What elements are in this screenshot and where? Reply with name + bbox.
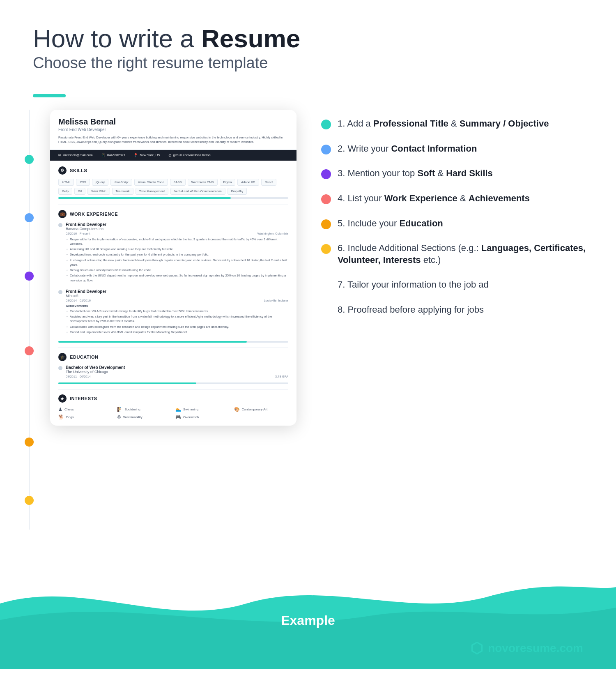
tip-text-6: 6. Include Additional Sections (e.g.: La… — [338, 242, 591, 266]
email-icon: ✉ — [58, 153, 62, 157]
main-content: Melissa Bernal Front-End Web Developer P… — [0, 97, 616, 530]
work-icon: 💼 — [58, 210, 67, 218]
tip-text-2: 2. Write your Contact Information — [338, 143, 477, 155]
job-company-2: Minisoft — [66, 294, 288, 298]
skill-timemanagement: Time Management — [136, 188, 168, 195]
tip-text-7: 7. Tailor your information to the job ad — [338, 279, 489, 291]
edu-icon: 🎓 — [58, 353, 67, 361]
job-bullet-2-2: Assisted and was a key part in the trans… — [66, 314, 288, 324]
dot-line-1 — [29, 164, 30, 213]
skill-react: React — [261, 179, 277, 186]
skill-jquery: jQuery — [92, 179, 108, 186]
tip-3: 3. Mention your top Soft & Hard Skills — [321, 168, 591, 180]
job-company-1: Banana Computers Inc. — [66, 227, 288, 231]
divider-1 — [58, 205, 288, 205]
tip-text-3: 3. Mention your top Soft & Hard Skills — [338, 168, 493, 180]
skill-empathy: Empathy — [228, 188, 247, 195]
header: How to write a Resume Choose the right r… — [0, 0, 616, 84]
dot-3 — [25, 272, 34, 281]
contact-phone: 📱 0446002021 — [101, 153, 126, 157]
edu-progress — [58, 382, 288, 384]
interests-section-title: ★ INTERESTS — [58, 394, 288, 403]
brand-text: novoresume.com — [488, 642, 583, 655]
tip-7: 7. Tailor your information to the job ad — [321, 279, 591, 291]
skills-tags-row1: HTML CSS jQuery JavaScript Visual Studio… — [58, 179, 288, 186]
job-bullet-1-3: Developed front-end code constantly for … — [66, 252, 288, 257]
dogs-icon: 🐕 — [58, 415, 64, 420]
dot-6 — [25, 496, 34, 505]
dot-line-top — [29, 110, 30, 155]
work-progress — [58, 341, 288, 343]
job-bullet-1-4: In charge of onboarding the new junior f… — [66, 258, 288, 267]
skills-icon: ⚙ — [58, 166, 67, 175]
interest-chess: ♟ Chess — [58, 407, 113, 412]
skill-javascript: JavaScript — [110, 179, 132, 186]
tip-dot-6 — [321, 244, 331, 254]
edu-dot-1 — [58, 366, 62, 370]
main-title: How to write a Resume — [33, 25, 583, 53]
skill-gulp: Gulp — [58, 188, 72, 195]
education-section: 🎓 EDUCATION Bachelor of Web Development … — [58, 353, 288, 384]
skill-verbal: Verbal and Written Communication — [170, 188, 225, 195]
dot-line-2 — [29, 222, 30, 272]
sustainability-icon: ♻ — [117, 415, 121, 420]
edu-details-1: Bachelor of Web Development The Universi… — [66, 365, 288, 378]
tip-text-8: 8. Proofread before applying for jobs — [338, 304, 484, 316]
resume-job-title: Front-End Web Developer — [58, 127, 288, 132]
job-dot-line-1: Front-End Developer Banana Computers Inc… — [58, 222, 288, 283]
resume-summary: Passionate Front-End Web Developer with … — [58, 135, 288, 145]
divider-2 — [58, 348, 288, 348]
subtitle: Choose the right resume template — [33, 54, 583, 72]
art-icon: 🎨 — [234, 407, 240, 412]
edu-degree-1: Bachelor of Web Development — [66, 365, 288, 370]
job-details-2: Front-End Developer Minisoft 08/2014 - 0… — [66, 289, 288, 335]
job-date-location-2: 08/2014 - 01/2016 Louisville, Indiana — [66, 299, 288, 302]
job-bullet-1-6: Collaborate with the UI/UX department to… — [66, 273, 288, 283]
tip-1: 1. Add a Professional Title & Summary / … — [321, 118, 591, 130]
location-icon: 📍 — [133, 153, 138, 157]
interests-section: ★ INTERESTS ♟ Chess 🧗 Bouldering 🏊 Swimm… — [58, 394, 288, 420]
dot-line-5 — [29, 447, 30, 496]
tips-column: 1. Add a Professional Title & Summary / … — [313, 110, 591, 329]
tip-dot-4 — [321, 194, 331, 204]
contact-email: ✉ melissab@mail.com — [58, 153, 93, 157]
dot-line-6 — [29, 505, 30, 530]
skills-section-title: ⚙ SKILLS — [58, 166, 288, 175]
interest-contemporary-art: 🎨 Contemporary Art — [234, 407, 289, 412]
job-achievements-title-2: Achievements — [66, 304, 288, 308]
job-title-1: Front-End Developer — [66, 222, 288, 227]
interest-swimming: 🏊 Swimming — [175, 407, 230, 412]
tip-dot-3 — [321, 169, 331, 179]
work-section-title: 💼 WORK EXPERIENCE — [58, 210, 288, 218]
resume-name: Melissa Bernal — [58, 117, 288, 127]
job-dot-line-2: Front-End Developer Minisoft 08/2014 - 0… — [58, 289, 288, 335]
github-icon: ⊙ — [168, 153, 172, 157]
interests-icon: ★ — [58, 394, 67, 403]
skills-section: ⚙ SKILLS HTML CSS jQuery JavaScript Visu… — [58, 166, 288, 199]
tip-dot-2 — [321, 145, 331, 154]
tip-5: 5. Include your Education — [321, 218, 591, 230]
interest-overwatch: 🎮 Overwatch — [175, 415, 230, 420]
tip-text-4: 4. List your Work Experience & Achieveme… — [338, 193, 530, 205]
edu-progress-fill — [58, 382, 196, 384]
skill-git: Git — [74, 188, 86, 195]
edu-section-title: 🎓 EDUCATION — [58, 353, 288, 361]
edu-entry-1: Bachelor of Web Development The Universi… — [58, 365, 288, 378]
dot-5 — [25, 438, 34, 447]
chess-icon: ♟ — [58, 407, 62, 412]
overwatch-icon: 🎮 — [175, 415, 181, 420]
dot-line-4 — [29, 355, 30, 438]
interest-bouldering: 🧗 Bouldering — [117, 407, 172, 412]
divider-3 — [58, 389, 288, 389]
job-bullet-2-1: Conducted over 60 A/B successful testing… — [66, 309, 288, 313]
skills-progress-fill — [58, 197, 231, 199]
teal-accent-bar — [33, 94, 66, 97]
job-dot-2 — [58, 290, 62, 294]
job-bullet-1-5: Debug issues on a weekly basis while mai… — [66, 268, 288, 272]
job-entry-1: Front-End Developer Banana Computers Inc… — [58, 222, 288, 283]
skill-css: CSS — [76, 179, 90, 186]
skill-adobexd: Adobe XD — [237, 179, 259, 186]
left-dots-column — [25, 110, 34, 530]
skill-teamwork: Teamwork — [112, 188, 133, 195]
skills-tags-row2: Gulp Git Work Ethic Teamwork Time Manage… — [58, 188, 288, 195]
